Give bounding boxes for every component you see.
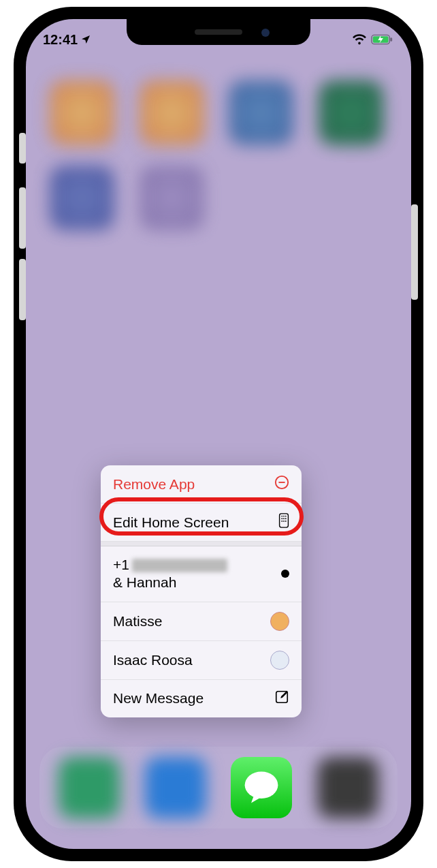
- conversation-item[interactable]: +1 & Hannah: [101, 546, 302, 602]
- dock: [39, 747, 398, 828]
- contact-subline: & Hannah: [113, 574, 227, 591]
- avatar-icon: [270, 612, 289, 631]
- messages-app[interactable]: [231, 757, 292, 818]
- blurred-app: [50, 80, 114, 145]
- device-frame: 12:41 Remove: [14, 7, 423, 861]
- volume-up-button: [19, 187, 26, 249]
- silence-switch: [19, 133, 26, 164]
- notch: [127, 19, 310, 45]
- svg-point-6: [281, 516, 282, 517]
- conversation-label: +1 & Hannah: [113, 556, 227, 592]
- svg-point-12: [281, 521, 282, 522]
- svg-rect-2: [390, 37, 392, 42]
- screen: 12:41 Remove: [26, 19, 411, 849]
- context-menu: Remove App Edit Home Screen +1 & Hannah: [101, 465, 302, 717]
- remove-app-item[interactable]: Remove App: [101, 465, 302, 503]
- svg-point-10: [283, 518, 285, 519]
- redacted-number: [132, 559, 227, 572]
- dock-app-blurred: [317, 757, 378, 818]
- location-icon: [80, 34, 91, 45]
- blurred-app: [140, 80, 204, 145]
- conversation-item[interactable]: Isaac Roosa: [101, 641, 302, 680]
- front-camera: [261, 29, 270, 37]
- blurred-app: [319, 80, 383, 145]
- contact-prefix: +1: [113, 557, 129, 572]
- conversation-item[interactable]: Matisse: [101, 602, 302, 641]
- remove-icon: [274, 475, 289, 493]
- speaker-grille: [195, 29, 242, 35]
- svg-point-14: [285, 521, 287, 522]
- svg-point-8: [285, 516, 287, 517]
- svg-point-11: [285, 518, 287, 519]
- menu-divider: [101, 542, 302, 546]
- svg-point-16: [245, 772, 278, 799]
- contact-name: Matisse: [113, 613, 162, 630]
- svg-point-13: [283, 521, 285, 522]
- power-button: [411, 204, 418, 300]
- dock-app-blurred: [145, 757, 206, 818]
- blurred-app: [140, 166, 204, 230]
- edit-home-label: Edit Home Screen: [113, 514, 229, 531]
- remove-app-label: Remove App: [113, 476, 195, 493]
- volume-down-button: [19, 259, 26, 320]
- new-message-item[interactable]: New Message: [101, 680, 302, 717]
- svg-point-7: [283, 516, 285, 517]
- battery-icon: [371, 33, 394, 46]
- edit-home-screen-item[interactable]: Edit Home Screen: [101, 503, 302, 542]
- blurred-app: [50, 166, 114, 230]
- phone-grid-icon: [278, 513, 289, 531]
- messages-icon: [241, 767, 282, 808]
- compose-icon: [274, 689, 289, 708]
- wifi-icon: [352, 33, 367, 46]
- dock-app-blurred: [59, 757, 120, 818]
- new-message-label: New Message: [113, 690, 204, 707]
- unread-dot-icon: [281, 570, 289, 578]
- home-apps-blurred: [26, 80, 411, 230]
- svg-point-9: [281, 518, 282, 519]
- avatar-icon: [270, 651, 289, 670]
- status-time: 12:41: [43, 32, 78, 48]
- contact-name: Isaac Roosa: [113, 652, 193, 668]
- blurred-app: [229, 80, 293, 145]
